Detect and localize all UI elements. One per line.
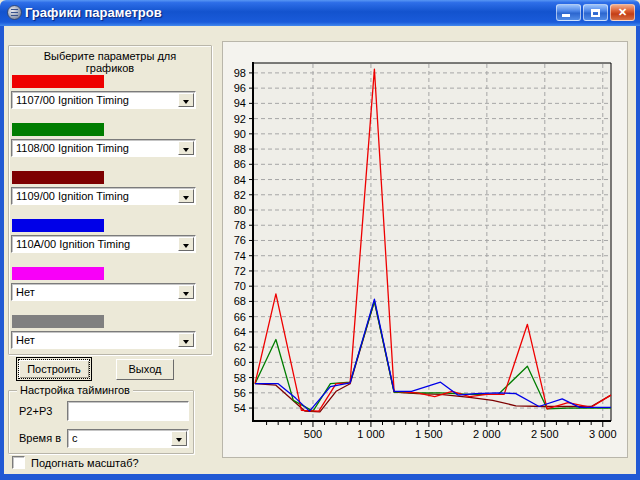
y-axis-label: 94: [234, 97, 246, 109]
chevron-down-icon[interactable]: [178, 93, 194, 107]
param-select-6[interactable]: Нет: [11, 331, 196, 349]
y-axis-label: 88: [234, 143, 246, 155]
series3-color-swatch: [12, 171, 104, 184]
maximize-icon: [591, 9, 600, 17]
series5-color-swatch: [12, 267, 104, 280]
fit-scale-checkbox[interactable]: [12, 456, 25, 469]
y-axis-label: 66: [234, 311, 246, 323]
param-select-5-value: Нет: [16, 286, 35, 298]
timings-groupbox: Настройка таймингов P2+P3 Время в с: [8, 390, 194, 454]
param-select-4-value: 110A/00 Ignition Timing: [16, 238, 130, 250]
chart-panel: 5456586062646668707274767880828486889092…: [222, 41, 628, 458]
chevron-down-icon[interactable]: [178, 285, 194, 299]
y-axis-label: 82: [234, 189, 246, 201]
app-icon: [7, 5, 22, 20]
plot-area: [253, 63, 611, 421]
window-border-right: [636, 20, 640, 480]
x-axis-label: 500: [304, 428, 322, 440]
window-border-bottom: [0, 474, 640, 480]
param-select-4[interactable]: 110A/00 Ignition Timing: [11, 235, 196, 253]
build-button-label: Построить: [27, 363, 81, 375]
close-button[interactable]: ✕: [610, 4, 635, 21]
close-icon: ✕: [611, 6, 634, 19]
param-select-5[interactable]: Нет: [11, 283, 196, 301]
parameters-header-line1: Выберите параметры для: [9, 50, 211, 62]
parameters-groupbox: Выберите параметры для графиков 1107/00 …: [8, 45, 212, 355]
time-unit-value: с: [72, 432, 78, 444]
p2p3-input[interactable]: [67, 401, 189, 421]
param-select-1-value: 1107/00 Ignition Timing: [16, 94, 129, 106]
y-axis-label: 60: [234, 356, 246, 368]
x-axis-label: 3 000: [589, 428, 617, 440]
p2p3-label: P2+P3: [19, 405, 52, 417]
x-axis-label: 2 000: [473, 428, 501, 440]
y-axis-label: 56: [234, 387, 246, 399]
minimize-icon: [562, 14, 570, 17]
x-axis-label: 2 500: [531, 428, 559, 440]
chevron-down-icon[interactable]: [171, 431, 187, 446]
maximize-button[interactable]: [583, 4, 608, 21]
title-bar[interactable]: Графики параметров ✕: [0, 0, 640, 26]
y-axis-label: 68: [234, 295, 246, 307]
timings-group-title: Настройка таймингов: [17, 384, 133, 396]
exit-button-label: Выход: [129, 363, 162, 375]
y-axis-label: 54: [234, 402, 246, 414]
y-axis-label: 92: [234, 113, 246, 125]
y-axis-label: 76: [234, 234, 246, 246]
exit-button[interactable]: Выход: [116, 359, 174, 380]
chart-svg: 5456586062646668707274767880828486889092…: [223, 42, 627, 457]
series6-color-swatch: [12, 315, 104, 328]
y-axis-label: 90: [234, 128, 246, 140]
param-select-1[interactable]: 1107/00 Ignition Timing: [11, 91, 196, 109]
series2-color-swatch: [12, 123, 104, 136]
time-in-label: Время в: [19, 432, 61, 444]
y-axis-label: 62: [234, 341, 246, 353]
chevron-down-icon[interactable]: [178, 141, 194, 155]
y-axis-label: 74: [234, 250, 246, 262]
parameters-header-line2: графиков: [9, 62, 211, 74]
chevron-down-icon[interactable]: [178, 237, 194, 251]
param-select-2[interactable]: 1108/00 Ignition Timing: [11, 139, 196, 157]
y-axis-label: 58: [234, 372, 246, 384]
param-select-2-value: 1108/00 Ignition Timing: [16, 142, 129, 154]
time-unit-select[interactable]: с: [67, 429, 189, 448]
window-title: Графики параметров: [25, 5, 162, 20]
param-select-6-value: Нет: [16, 334, 35, 346]
y-axis-label: 84: [234, 174, 246, 186]
parameters-header: Выберите параметры для графиков: [9, 50, 211, 74]
y-axis-label: 70: [234, 280, 246, 292]
y-axis-label: 78: [234, 219, 246, 231]
y-axis-label: 80: [234, 204, 246, 216]
chevron-down-icon[interactable]: [178, 333, 194, 347]
series4-color-swatch: [12, 219, 104, 232]
x-axis-label: 1 000: [357, 428, 385, 440]
window-border-left: [0, 20, 4, 480]
y-axis-label: 86: [234, 158, 246, 170]
build-button[interactable]: Построить: [16, 357, 92, 381]
window-controls: ✕: [556, 4, 635, 21]
window: Графики параметров ✕ Выберите параметры …: [0, 0, 640, 480]
y-axis-label: 64: [234, 326, 246, 338]
y-axis-label: 96: [234, 82, 246, 94]
series1-color-swatch: [12, 75, 104, 88]
fit-scale-label: Подогнать масштаб?: [31, 457, 139, 469]
y-axis-label: 98: [234, 67, 246, 79]
chevron-down-icon[interactable]: [178, 189, 194, 203]
param-select-3[interactable]: 1109/00 Ignition Timing: [11, 187, 196, 205]
param-select-3-value: 1109/00 Ignition Timing: [16, 190, 129, 202]
x-axis-label: 1 500: [415, 428, 443, 440]
y-axis-label: 72: [234, 265, 246, 277]
minimize-button[interactable]: [556, 4, 581, 21]
